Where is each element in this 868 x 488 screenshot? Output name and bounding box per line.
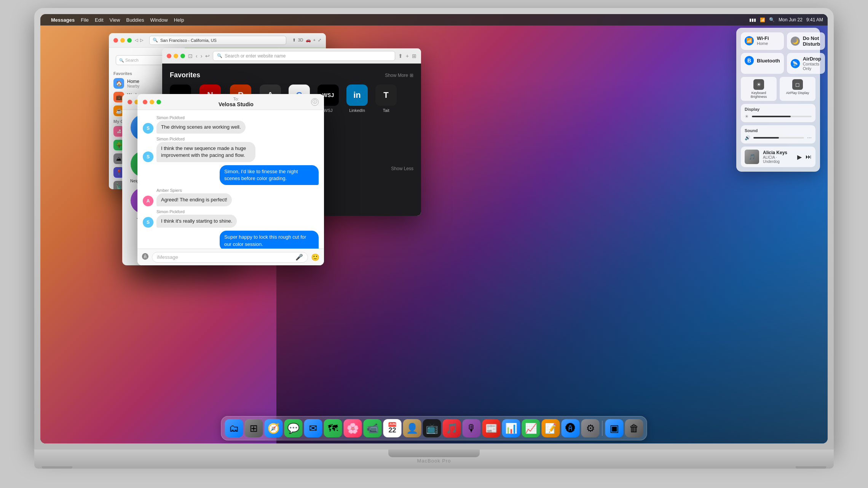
cc-music-art: 🎵	[745, 150, 759, 164]
safari-show-less-button[interactable]: Show Less	[391, 166, 413, 171]
dock-music[interactable]: 🎵	[443, 419, 461, 437]
msg-driving: S The driving scenes are working well.	[143, 121, 246, 134]
dock-photos[interactable]: 🌸	[344, 419, 362, 437]
maps-url-bar[interactable]: 🔍 San Francisco - California, US	[149, 36, 286, 45]
dock-messages[interactable]: 💬	[284, 419, 303, 437]
dock-mail[interactable]: ✉	[304, 419, 322, 437]
dock-safari[interactable]: 🧭	[265, 419, 283, 437]
maximize-button[interactable]	[127, 38, 132, 43]
messages-maximize-button[interactable]	[156, 100, 161, 104]
safari-share-icon[interactable]: ↩	[205, 53, 210, 59]
cc-next-button[interactable]: ⏭	[806, 153, 812, 161]
safari-forward-icon[interactable]: ›	[201, 53, 203, 59]
cc-dnd-module[interactable]: 🌙 Do Not Disturb	[787, 32, 825, 50]
expand-icon[interactable]: ⤢	[318, 38, 321, 43]
safari-url-text: Search or enter website name	[225, 53, 286, 59]
dock-calendar[interactable]: JUN 22	[383, 419, 402, 437]
cc-wifi-module[interactable]: 📶 Wi-Fi Home	[741, 32, 784, 50]
dock-podcasts[interactable]: 🎙	[463, 419, 481, 437]
maps-location-text: San Francisco - California, US	[160, 38, 217, 43]
cc-dnd-row: 🌙 Do Not Disturb	[791, 35, 821, 47]
safari-sidebar-button[interactable]: ⊞	[412, 53, 416, 59]
msg-emoji-button[interactable]: 🙂	[311, 253, 319, 262]
dock-iwork[interactable]: 📊	[502, 419, 520, 437]
dock-maps[interactable]: 🗺	[324, 419, 342, 437]
cc-bluetooth-module[interactable]: B Bluetooth	[741, 53, 784, 74]
search-icon[interactable]: 🔍	[769, 17, 775, 22]
safari-favorites-title: Favorites	[170, 71, 200, 79]
airplay-display-icon: ◻	[792, 79, 803, 90]
cc-play-button[interactable]: ▶	[797, 153, 802, 161]
plus-icon[interactable]: +	[313, 38, 316, 43]
safari-maximize-button[interactable]	[180, 54, 185, 58]
close-button[interactable]	[113, 38, 118, 43]
share-icon[interactable]: ⬆	[292, 38, 296, 43]
safari-new-tab-button[interactable]: +	[406, 53, 409, 59]
safari-share-button[interactable]: ⬆	[398, 53, 403, 59]
msg-amber-label: Amber Spiers	[156, 188, 319, 193]
dock-trash[interactable]: 🗑	[625, 419, 643, 437]
safari-minimize-button[interactable]	[174, 54, 178, 58]
cc-sound-fill	[753, 137, 779, 139]
msg-bubble-lock: Super happy to lock this rough cut for o…	[220, 231, 319, 249]
menu-edit[interactable]: Edit	[95, 17, 103, 23]
dock-pages[interactable]: 📝	[542, 419, 560, 437]
safari-show-more-button[interactable]: Show More ⊞	[385, 73, 413, 78]
messages-close-button[interactable]	[143, 100, 147, 104]
dock-numbers[interactable]: 📈	[522, 419, 540, 437]
dock-finder[interactable]: 🗂	[225, 419, 243, 437]
menu-window[interactable]: Window	[150, 17, 168, 23]
3d-icon[interactable]: 3D	[298, 38, 303, 43]
msg-input-placeholder: iMessage	[157, 254, 178, 260]
fav-linkedin[interactable]: in LinkedIn	[346, 85, 368, 117]
cc-airdrop-module[interactable]: 📡 AirDrop Contacts Only	[787, 53, 825, 74]
traffic-icon[interactable]: 🚗	[306, 38, 311, 43]
show-more-icon: ⊞	[410, 73, 413, 78]
cc-sound-section: Sound 🔊 ⋯	[741, 125, 815, 144]
macbook-lid: Messages File Edit View Buddies Window H…	[34, 8, 834, 450]
safari-close-button[interactable]	[167, 54, 171, 58]
cc-airdrop-row: 📡 AirDrop Contacts Only	[791, 56, 821, 71]
dock-facetime[interactable]: 📹	[364, 419, 382, 437]
maps-back-icon[interactable]: ◁	[135, 38, 138, 43]
menu-file[interactable]: File	[81, 17, 89, 23]
cc-display-slider[interactable]	[752, 116, 812, 117]
contacts-close-button[interactable]	[128, 100, 132, 104]
dock-appstore[interactable]: 🅐	[562, 419, 580, 437]
minimize-button[interactable]	[120, 38, 125, 43]
dock-tv[interactable]: 📺	[423, 419, 441, 437]
dock-news[interactable]: 📰	[482, 419, 501, 437]
cc-display-slider-row: ☀	[745, 114, 812, 119]
messages-to-label: To:	[233, 97, 239, 101]
dock-desktop[interactable]: ▣	[605, 419, 624, 437]
dock-settings[interactable]: ⚙	[581, 419, 600, 437]
safari-favorites-header: Favorites Show More ⊞	[170, 71, 413, 79]
msg-sequence: S I think the new sequence made a huge i…	[143, 142, 255, 162]
cc-bluetooth-row: B Bluetooth	[745, 56, 780, 65]
wifi-icon: 📶	[760, 18, 765, 22]
safari-back-icon[interactable]: ‹	[196, 53, 198, 59]
dock-contacts[interactable]: 👤	[403, 419, 421, 437]
menu-buddies[interactable]: Buddies	[126, 17, 144, 23]
menu-help[interactable]: Help	[174, 17, 184, 23]
dock-launchpad[interactable]: ⊞	[245, 419, 263, 437]
cc-display-section: Display ☀	[741, 104, 815, 122]
menu-messages[interactable]: Messages	[51, 17, 75, 23]
menu-view[interactable]: View	[110, 17, 120, 23]
fav-tait[interactable]: T Tait	[375, 85, 397, 117]
msg-memoji-button[interactable]: 🅐	[142, 253, 149, 261]
msg-simon-avatar3: S	[143, 217, 153, 228]
safari-url-bar[interactable]: 🔍 Search or enter website name	[213, 51, 395, 61]
cc-airplay-button[interactable]: ◻ AirPlay Display	[780, 77, 815, 101]
messages-minimize-button[interactable]	[150, 100, 154, 104]
sound-output-icon[interactable]: ⋯	[807, 135, 812, 140]
maps-forward-icon[interactable]: ▷	[140, 38, 143, 43]
search-icon: 🔍	[119, 58, 124, 62]
safari-tabs-icon[interactable]: ⊡	[188, 53, 193, 59]
cc-keyboard-button[interactable]: ☀ Keyboard Brightness	[741, 77, 777, 101]
cc-wifi-label: Wi-Fi	[757, 35, 769, 41]
msg-input-field[interactable]: iMessage 🎤	[152, 252, 308, 263]
cc-sound-slider[interactable]	[753, 137, 804, 139]
messages-info-button[interactable]: ⓘ	[311, 98, 319, 106]
cc-sound-label: Sound	[745, 128, 812, 133]
